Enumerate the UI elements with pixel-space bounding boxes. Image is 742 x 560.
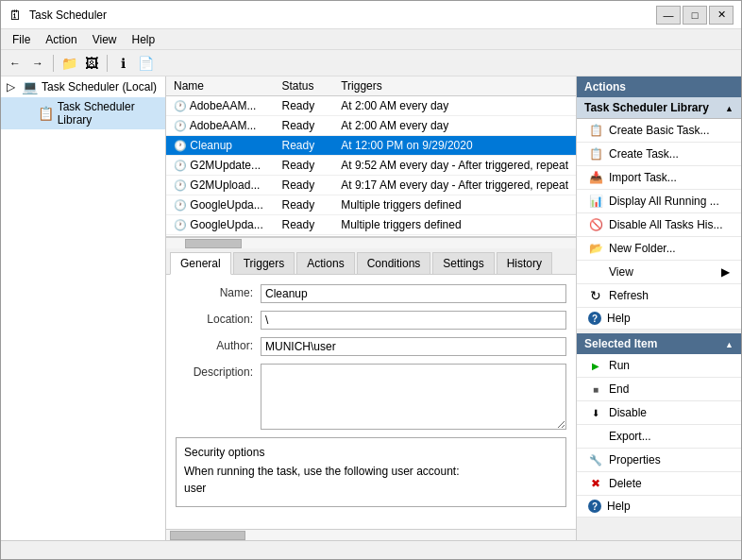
task-trigger-cell: At 2:00 AM every day	[333, 116, 576, 136]
task-name-cell: 🕐 AdobeAAM...	[166, 116, 275, 136]
action-help-library[interactable]: ? Help	[577, 308, 741, 330]
title-controls: — □ ✕	[656, 6, 734, 25]
forward-button[interactable]: →	[27, 53, 48, 74]
table-row[interactable]: 🕐 G2MUpdate... Ready At 9:52 AM every da…	[166, 156, 576, 176]
task-trigger-cell: At 9:17 AM every day - After triggered, …	[333, 176, 576, 195]
security-text: When running the task, use the following…	[184, 465, 558, 478]
show-desktop-button[interactable]: 🖼	[81, 53, 102, 74]
tab-history[interactable]: History	[497, 252, 552, 274]
app-icon: 🗓	[8, 8, 24, 23]
location-input[interactable]	[261, 311, 566, 330]
end-icon: ■	[588, 382, 603, 397]
action-run[interactable]: ▶ Run	[577, 354, 741, 378]
task-trigger-cell: Multiple triggers defined	[333, 215, 576, 235]
back-button[interactable]: ←	[5, 53, 25, 74]
task-status-cell: Ready	[275, 116, 334, 136]
detail-hscrollbar[interactable]	[166, 529, 576, 540]
action-end[interactable]: ■ End	[577, 378, 741, 401]
action-disable-all[interactable]: 🚫 Disable All Tasks His...	[577, 213, 741, 237]
selected-item-header[interactable]: Selected Item	[577, 333, 741, 354]
location-label: Location:	[176, 311, 261, 326]
action-export-label: Export...	[609, 430, 651, 443]
name-input[interactable]	[261, 284, 566, 303]
author-field-row: Author:	[176, 337, 566, 356]
description-textarea[interactable]	[261, 364, 566, 430]
close-button[interactable]: ✕	[709, 6, 734, 25]
title-bar-left: 🗓 Task Scheduler	[8, 8, 107, 23]
tree-root[interactable]: ▷ 💻 Task Scheduler (Local)	[1, 76, 165, 97]
doc-button[interactable]: 📄	[135, 53, 156, 74]
actions-header-label: Actions	[584, 80, 626, 93]
task-name-cell: 🕐 Cleanup	[166, 136, 275, 156]
table-row[interactable]: 🕐 GoogleUpda... Ready Multiple triggers …	[166, 195, 576, 215]
title-bar: 🗓 Task Scheduler — □ ✕	[1, 1, 741, 29]
table-row[interactable]: 🕐 AdobeAAM... Ready At 2:00 AM every day	[166, 116, 576, 136]
author-label: Author:	[176, 337, 261, 352]
action-view-label: View	[609, 265, 633, 279]
tree-expand-icon: ▷	[7, 80, 18, 93]
table-row[interactable]: 🕐 Cleanup Ready At 12:00 PM on 9/29/2020	[166, 136, 576, 156]
security-title: Security options	[184, 446, 558, 459]
maximize-button[interactable]: □	[683, 6, 707, 25]
window-title: Task Scheduler	[29, 8, 107, 22]
menu-action[interactable]: Action	[38, 31, 84, 47]
tab-conditions[interactable]: Conditions	[357, 252, 431, 274]
action-disable[interactable]: ⬇ Disable	[577, 401, 741, 425]
task-trigger-cell: At 2:00 AM every day	[333, 96, 576, 116]
action-end-label: End	[609, 382, 629, 396]
actions-subheader[interactable]: Task Scheduler Library	[577, 97, 741, 119]
tab-general[interactable]: General	[170, 252, 231, 275]
action-export[interactable]: Export...	[577, 425, 741, 449]
show-console-button[interactable]: 📁	[59, 53, 79, 74]
tab-triggers[interactable]: Triggers	[233, 252, 295, 274]
action-display-running[interactable]: 📊 Display All Running ...	[577, 190, 741, 213]
view-arrow-icon: ▶	[721, 265, 730, 279]
scroll-thumb[interactable]	[185, 239, 242, 248]
action-help-selected[interactable]: ? Help	[577, 496, 741, 518]
minimize-button[interactable]: —	[656, 6, 681, 25]
menu-view[interactable]: View	[85, 31, 125, 47]
table-row[interactable]: 🕐 AdobeAAM... Ready At 2:00 AM every day	[166, 96, 576, 116]
task-trigger-cell: At 12:00 PM on 9/29/2020	[333, 136, 576, 156]
action-import-task[interactable]: 📥 Import Task...	[577, 166, 741, 190]
action-properties[interactable]: 🔧 Properties	[577, 449, 741, 472]
action-new-folder[interactable]: 📂 New Folder...	[577, 237, 741, 261]
task-name-cell: 🕐 G2MUpdate...	[166, 156, 275, 176]
action-refresh[interactable]: ↻ Refresh	[577, 284, 741, 308]
delete-icon: ✖	[588, 476, 603, 491]
toolbar: ← → 📁 🖼 ℹ 📄	[1, 50, 741, 76]
task-icon: 🕐	[174, 219, 187, 230]
action-delete[interactable]: ✖ Delete	[577, 472, 741, 496]
table-row[interactable]: 🕐 G2MUpload... Ready At 9:17 AM every da…	[166, 176, 576, 195]
action-create-task[interactable]: 📋 Create Task...	[577, 143, 741, 166]
right-panel: Actions Task Scheduler Library 📋 Create …	[576, 76, 741, 540]
help-selected-icon: ?	[588, 500, 601, 513]
task-status-cell: Ready	[275, 176, 334, 195]
disable-icon: ⬇	[588, 405, 603, 420]
task-list[interactable]: Name Status Triggers 🕐 AdobeAAM... Ready…	[166, 76, 576, 237]
action-delete-label: Delete	[609, 477, 642, 490]
toolbar-sep-1	[53, 55, 54, 72]
task-list-hscrollbar[interactable]	[166, 237, 576, 248]
description-field-row: Description:	[176, 364, 566, 430]
tab-settings[interactable]: Settings	[432, 252, 494, 274]
tree-child[interactable]: 📋 Task Scheduler Library	[1, 97, 165, 129]
menu-file[interactable]: File	[5, 31, 38, 47]
name-field-row: Name:	[176, 284, 566, 303]
menu-help[interactable]: Help	[125, 31, 163, 47]
status-bar	[1, 540, 741, 559]
create-task-icon: 📋	[588, 146, 603, 161]
action-create-basic[interactable]: 📋 Create Basic Task...	[577, 119, 741, 143]
table-row[interactable]: 🕐 GoogleUpda... Ready Multiple triggers …	[166, 215, 576, 235]
action-view[interactable]: View ▶	[577, 261, 741, 284]
help-library-icon: ?	[588, 312, 601, 325]
action-import-label: Import Task...	[609, 171, 677, 184]
info-button[interactable]: ℹ	[112, 53, 133, 74]
detail-scroll-thumb[interactable]	[170, 531, 245, 540]
author-input[interactable]	[261, 337, 566, 356]
menu-bar: File Action View Help	[1, 29, 741, 50]
task-trigger-cell: Multiple triggers defined	[333, 195, 576, 215]
task-trigger-cell: At 9:52 AM every day - After triggered, …	[333, 156, 576, 176]
actions-subheader-label: Task Scheduler Library	[584, 101, 709, 114]
tab-actions[interactable]: Actions	[296, 252, 354, 274]
